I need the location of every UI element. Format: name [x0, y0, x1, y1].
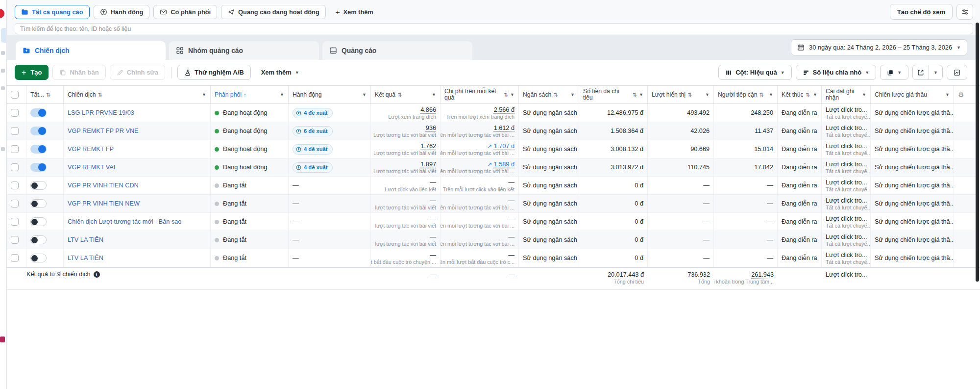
- recommendations-badge[interactable]: 4 đề xuất: [293, 108, 333, 118]
- row-checkbox[interactable]: [11, 145, 19, 153]
- recommendations-badge[interactable]: 4 đề xuất: [293, 144, 333, 155]
- breakdown-button[interactable]: Số liệu chia nhỏ▼: [796, 65, 877, 80]
- campaign-name-link[interactable]: Chiến dịch Lượt tương tác mới - Bản sao: [68, 218, 206, 225]
- campaign-name-link[interactable]: LTV LA TIÊN: [68, 236, 206, 243]
- export-button[interactable]: [913, 65, 929, 79]
- filter-chip-active-ads[interactable]: Quảng cáo đang hoạt động: [221, 5, 326, 19]
- header-delivery[interactable]: Phân phối↑▼: [211, 86, 289, 104]
- recommendation-icon: [296, 110, 301, 116]
- sidebar-bottom-icon[interactable]: [0, 337, 5, 342]
- header-campaign[interactable]: Chiến dịch⇅▼: [64, 86, 211, 104]
- recommendations-badge[interactable]: 6 đề xuất: [293, 126, 333, 136]
- header-actions[interactable]: Hành động▼: [289, 86, 371, 104]
- duplicate-button[interactable]: Nhân bản: [52, 65, 105, 80]
- campaign-toggle[interactable]: [30, 145, 47, 154]
- tab-ads[interactable]: Quảng cáo: [322, 41, 472, 60]
- header-ends[interactable]: Kết thúc⇅▼: [778, 86, 822, 104]
- select-all-checkbox[interactable]: [11, 91, 19, 99]
- campaign-name-link[interactable]: VGP REMKT VAL: [68, 164, 206, 171]
- tab-label: Chiến dịch: [35, 47, 70, 54]
- header-impressions[interactable]: Lượt hiển thị⇅▼: [648, 86, 714, 104]
- sidebar-selected-item[interactable]: [1, 28, 6, 43]
- ad-frame-icon: [329, 47, 337, 54]
- date-range-picker[interactable]: 30 ngày qua: 24 Tháng 2, 2026 – 25 Tháng…: [791, 39, 967, 55]
- sidebar-item-icon[interactable]: [1, 69, 5, 73]
- reach-value: 15.014: [754, 145, 773, 153]
- row-checkbox[interactable]: [11, 236, 19, 244]
- campaign-name-link[interactable]: VGP PR VINH TIEN NEW: [68, 200, 206, 207]
- sidebar-item-icon[interactable]: [1, 51, 5, 55]
- row-checkbox[interactable]: [11, 254, 19, 262]
- filter-chip-all-ads[interactable]: Tất cả quảng cáo: [15, 5, 90, 19]
- filter-chip-label: Tất cả quảng cáo: [32, 8, 83, 16]
- breakdown-icon: [803, 69, 809, 76]
- filter-chip-actions[interactable]: Hành động: [94, 5, 150, 19]
- campaign-toggle[interactable]: [30, 108, 47, 117]
- header-cost-per-result[interactable]: Chi phí trên mỗi kết quả⇅▼: [441, 86, 519, 104]
- campaign-toggle[interactable]: [30, 254, 47, 262]
- header-results[interactable]: Kết quả⇅▼: [371, 86, 441, 104]
- reports-button[interactable]: ▼: [880, 65, 908, 80]
- ab-test-button[interactable]: Thử nghiệm A/B: [177, 65, 251, 80]
- edit-button[interactable]: Chỉnh sửa: [110, 65, 165, 80]
- campaign-toggle[interactable]: [30, 199, 47, 208]
- search-input[interactable]: [20, 26, 968, 32]
- search-bar[interactable]: [15, 23, 973, 34]
- table-row: LTV LA TIÊN Đang tắt — —lượt tương tác v…: [7, 231, 980, 249]
- reach-value: 11.437: [755, 127, 773, 135]
- header-bid-strategy[interactable]: Chiến lược giá thầu▼: [871, 86, 954, 104]
- export-options-button[interactable]: ▼: [929, 65, 942, 79]
- spent-value: 0 đ: [635, 182, 643, 189]
- row-checkbox[interactable]: [11, 182, 19, 189]
- campaign-name-link[interactable]: LSG LPR PRVNE 19/03: [68, 109, 206, 116]
- tab-ad-sets[interactable]: Nhóm quảng cáo: [169, 41, 319, 60]
- campaign-toggle[interactable]: [30, 235, 47, 244]
- breakdown-label: Số liệu chia nhỏ: [813, 69, 862, 76]
- toggle-knob: [31, 237, 38, 243]
- impressions-value: 493.492: [687, 109, 710, 117]
- campaign-name-link[interactable]: VGP REMKT FP: [68, 146, 206, 153]
- campaign-toggle[interactable]: [30, 163, 47, 172]
- status-dot: [215, 220, 219, 224]
- campaign-toggle[interactable]: [30, 181, 47, 190]
- charts-button[interactable]: [947, 65, 967, 80]
- header-settings[interactable]: ⚙: [954, 86, 965, 104]
- header-attribution[interactable]: Cài đặt ghi nhận▼: [822, 86, 871, 104]
- header-reach[interactable]: Người tiếp cận⇅▼: [714, 86, 778, 104]
- impressions-value: —: [703, 236, 710, 244]
- campaign-toggle[interactable]: [30, 217, 47, 226]
- recommendations-badge[interactable]: 4 đề xuất: [293, 162, 333, 173]
- campaign-name-link[interactable]: VGP PR VINH TIEN CDN: [68, 182, 206, 189]
- filter-chip-see-more[interactable]: + Xem thêm: [330, 5, 379, 19]
- vertical-scrollbar[interactable]: [976, 23, 979, 282]
- status-text: Đang tắt: [223, 236, 246, 243]
- reach-value: 248.250: [751, 109, 773, 117]
- header-label: Chiến lược giá thầu: [875, 92, 927, 98]
- header-budget[interactable]: Ngân sách⇅▼: [519, 86, 579, 104]
- info-icon[interactable]: i: [94, 271, 100, 278]
- create-button[interactable]: +Tạo: [15, 65, 49, 80]
- columns-button[interactable]: Cột: Hiệu quả▼: [718, 65, 791, 80]
- row-checkbox[interactable]: [11, 200, 19, 207]
- row-checkbox[interactable]: [11, 109, 19, 117]
- filter-settings-button[interactable]: [956, 4, 973, 20]
- cost-value: 1.707 đ: [494, 143, 514, 150]
- plus-icon: +: [22, 68, 26, 77]
- toggle-knob: [31, 219, 38, 225]
- select-all-checkbox-cell[interactable]: [7, 86, 26, 104]
- sidebar-item-icon[interactable]: [1, 86, 5, 90]
- table-row: LTV LA TIÊN Đang tắt — —Lượt bắt đầu cuộ…: [7, 249, 980, 267]
- campaign-name-link[interactable]: LTV LA TIÊN: [68, 255, 206, 261]
- sidebar-item-icon[interactable]: [1, 147, 5, 151]
- create-view-button[interactable]: Tạo chế độ xem: [890, 4, 953, 20]
- row-checkbox[interactable]: [11, 163, 19, 171]
- row-checkbox[interactable]: [11, 218, 19, 226]
- more-button[interactable]: Xem thêm▼: [255, 65, 306, 80]
- campaign-toggle[interactable]: [30, 127, 47, 135]
- tab-campaigns[interactable]: Chiến dịch: [16, 41, 166, 60]
- row-checkbox[interactable]: [11, 127, 19, 135]
- header-toggle[interactable]: Tất...⇅: [26, 86, 64, 104]
- filter-chip-has-delivery[interactable]: Có phân phối: [153, 5, 217, 19]
- header-amount-spent[interactable]: Số tiền đã chi tiêu⇅▼: [579, 86, 648, 104]
- campaign-name-link[interactable]: VGP REMKT FP PR VNE: [68, 128, 206, 134]
